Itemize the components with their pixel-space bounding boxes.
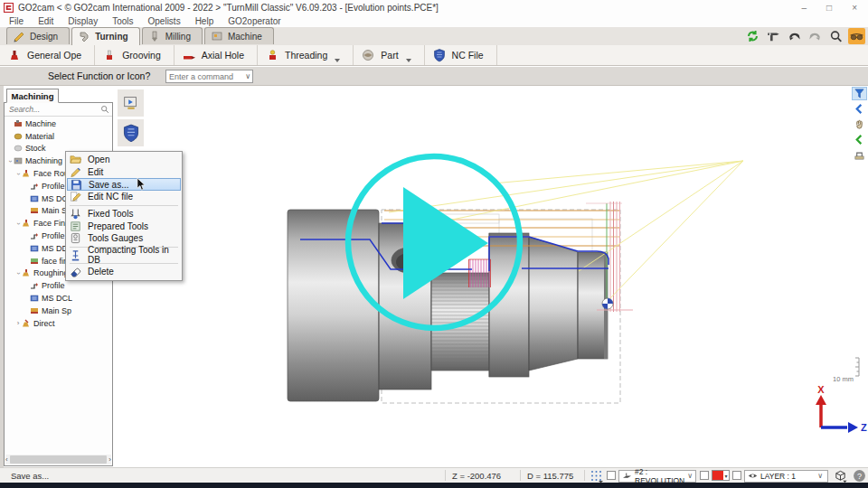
maximize-button[interactable]: □	[826, 1, 832, 14]
tree-item-profile[interactable]: Profile	[5, 279, 112, 292]
go2cam-window: GO2cam < © GO2cam International 2009 - 2…	[0, 0, 868, 488]
tree-item-direct[interactable]: › Direct	[5, 317, 112, 330]
ribbon-tab-design[interactable]: Design	[6, 27, 70, 44]
toolbar-button-axial-hole[interactable]: Axial Hole	[175, 45, 258, 65]
scrollbar-thumb[interactable]	[10, 455, 108, 464]
context-menu-item-save-as[interactable]: Save as...	[67, 178, 181, 191]
expand-arrow-icon[interactable]: ›	[14, 269, 23, 277]
command-bar: Select Function or Icon? ∨	[0, 67, 868, 86]
undo-icon[interactable]	[786, 28, 803, 44]
grab-hand-icon[interactable]	[852, 117, 867, 131]
search-input[interactable]	[7, 104, 100, 115]
axis-x-label: X	[817, 384, 825, 395]
color-swatch[interactable]: ▾	[712, 470, 730, 481]
tab-milling-icon	[148, 30, 161, 42]
help-icon[interactable]: ?	[853, 469, 866, 483]
viewport-3d[interactable]: 10 mm X Z	[145, 86, 868, 468]
glasses-icon[interactable]	[848, 28, 865, 44]
chevron-down-icon[interactable]: ∨	[245, 72, 252, 80]
tree-item-material[interactable]: Material	[5, 130, 112, 143]
menu-item-opelists[interactable]: Opelists	[148, 16, 181, 26]
shield-icon[interactable]	[118, 119, 144, 146]
toolbar-button-nc-file[interactable]: NC File	[425, 45, 497, 65]
tool-icon	[30, 244, 40, 253]
menu-item-display[interactable]: Display	[68, 16, 98, 26]
menu-item-file[interactable]: File	[9, 16, 24, 26]
tool-icon	[30, 194, 40, 203]
toolbar-button-threading[interactable]: Threading	[258, 45, 354, 65]
window-bottom-edge	[0, 483, 868, 488]
chevron-left-green-icon[interactable]	[852, 133, 867, 146]
plane-icon	[622, 472, 632, 480]
op-icon	[22, 219, 32, 228]
tree-item-main-sp[interactable]: Main Sp	[5, 305, 112, 317]
expand-arrow-icon[interactable]: ›	[6, 157, 14, 164]
horizontal-scrollbar[interactable]: ‹ ›	[5, 455, 111, 465]
menu-bar: FileEditDisplayToolsOpelistsHelpGO2opera…	[0, 15, 868, 27]
tree-item-ms-dcl[interactable]: MS DCL	[5, 292, 112, 305]
grid-icon[interactable]	[590, 469, 603, 483]
context-menu: OpenEditSave as...Edit NC fileFixed Tool…	[65, 151, 183, 281]
context-menu-item-tools-gauges[interactable]: Tools Gauges	[67, 232, 181, 245]
toolbar-button-grooving[interactable]: Grooving	[95, 45, 175, 65]
context-menu-item-delete[interactable]: Delete	[67, 266, 181, 278]
op-part-icon	[361, 48, 375, 62]
close-button[interactable]: ×	[852, 1, 857, 14]
menu-item-help[interactable]: Help	[195, 16, 214, 26]
expand-arrow-icon[interactable]: ›	[14, 170, 23, 177]
chevron-left-blue-icon[interactable]	[852, 102, 867, 116]
save-floppy-icon	[71, 179, 82, 191]
plane-selector[interactable]: #2 : REVOLUTION ∨	[618, 470, 696, 483]
command-input[interactable]	[166, 72, 239, 81]
context-menu-item-open[interactable]: Open	[67, 154, 181, 166]
menu-item-tools[interactable]: Tools	[112, 16, 133, 26]
context-menu-item-edit-nc-file[interactable]: Edit NC file	[67, 191, 181, 203]
menu-item-edit[interactable]: Edit	[38, 16, 53, 26]
plane-checkbox[interactable]	[607, 471, 616, 480]
ribbon-tab-turning[interactable]: Turning	[71, 27, 139, 45]
redo-icon[interactable]	[807, 28, 824, 44]
chevron-down-icon: ∨	[687, 472, 694, 480]
quick-toolbar-row1	[744, 28, 865, 44]
color-checkbox[interactable]	[700, 471, 709, 480]
machining-panel-tab[interactable]: Machining	[6, 89, 59, 103]
panel-side-buttons	[118, 89, 144, 146]
tree-item-machine[interactable]: Machine	[5, 117, 112, 130]
sync-icon[interactable]	[744, 28, 761, 44]
filter-icon[interactable]	[852, 87, 867, 100]
layer-checkbox[interactable]	[732, 471, 741, 480]
spindle-icon	[30, 206, 40, 215]
context-menu-item-compacting-tools-in-db[interactable]: Compacting Tools in DB	[67, 249, 181, 262]
context-menu-item-edit[interactable]: Edit	[67, 166, 181, 179]
op-grooving-icon	[102, 48, 117, 62]
scroll-left-icon[interactable]: ‹	[5, 455, 8, 464]
layer-selector[interactable]: LAYER : 1 ∨	[744, 470, 828, 483]
mouse-cursor	[137, 177, 146, 192]
simulate-icon[interactable]	[118, 89, 144, 117]
profile-icon	[30, 231, 40, 240]
magnifier-icon[interactable]	[827, 28, 844, 44]
swatch-dropdown-icon: ▾	[723, 471, 729, 480]
expand-arrow-icon[interactable]: ›	[14, 319, 22, 327]
toolbar-button-general-ope[interactable]: General Ope	[0, 45, 95, 65]
expand-arrow-icon[interactable]: ›	[14, 220, 23, 227]
context-menu-item-prepared-tools[interactable]: Prepared Tools	[67, 220, 181, 232]
toolbar-button-part[interactable]: Part	[354, 45, 424, 65]
scroll-right-icon[interactable]: ›	[108, 455, 111, 464]
minimize-button[interactable]: –	[802, 1, 807, 14]
ribbon-tab-milling[interactable]: Milling	[142, 27, 203, 44]
status-message: Save as...	[11, 471, 49, 481]
caliper-icon[interactable]	[765, 28, 782, 44]
op-ncfile-icon	[432, 48, 447, 62]
context-menu-item-fixed-tools[interactable]: Fixed Tools	[67, 208, 181, 221]
profile-icon	[30, 281, 40, 290]
menu-separator	[70, 205, 178, 206]
tree-search[interactable]	[5, 103, 112, 117]
menu-item-go2operator[interactable]: GO2operator	[228, 16, 280, 26]
ribbon-tab-machine[interactable]: Machine	[204, 27, 274, 44]
view-cube-icon[interactable]	[834, 469, 847, 483]
command-combobox[interactable]: ∨	[165, 70, 253, 83]
d-coordinate: D = 115.775	[527, 471, 573, 481]
tab-machine-icon	[211, 30, 223, 42]
clamp-icon[interactable]	[852, 148, 867, 162]
